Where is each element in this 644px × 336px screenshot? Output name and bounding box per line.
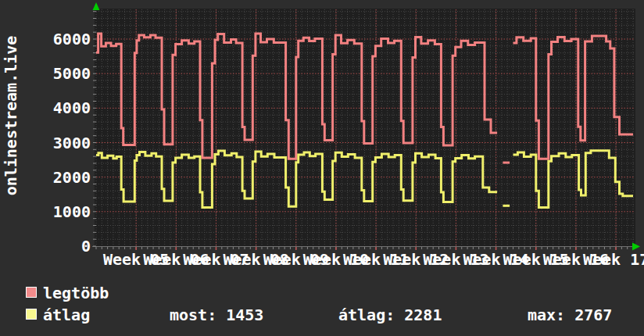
chart-svg: 0100020003000400050006000Week 05Week 06W… bbox=[0, 0, 644, 278]
legend-swatch-legtobb bbox=[26, 287, 37, 298]
y-axis-arrow-icon bbox=[93, 2, 100, 10]
y-tick-label: 1000 bbox=[53, 202, 91, 221]
legend-label-legtobb: legtöbb bbox=[43, 284, 109, 302]
y-tick-label: 0 bbox=[81, 237, 91, 256]
x-axis-arrow-icon bbox=[632, 243, 640, 251]
stat-most: most: 1453 bbox=[170, 306, 263, 324]
rrd-graph-screen: onlinestream.live 0100020003000400050006… bbox=[0, 0, 644, 336]
y-tick-label: 5000 bbox=[53, 64, 91, 83]
x-tick-labels: Week 05Week 06Week 07Week 08Week 09Week … bbox=[103, 250, 644, 269]
y-tick-label: 3000 bbox=[53, 134, 91, 152]
y-tick-label: 4000 bbox=[53, 98, 91, 117]
legend-label-atlag: átlag bbox=[43, 306, 90, 324]
y-tick-label: 2000 bbox=[53, 168, 91, 187]
y-tick-label: 6000 bbox=[53, 30, 91, 48]
x-tick-label: Week 17 bbox=[583, 250, 644, 269]
y-tick-labels: 0100020003000400050006000 bbox=[53, 30, 91, 256]
stat-atlag: átlag: 2281 bbox=[338, 306, 442, 324]
legend-swatch-atlag bbox=[26, 309, 37, 320]
stat-max: max: 2767 bbox=[528, 306, 612, 324]
